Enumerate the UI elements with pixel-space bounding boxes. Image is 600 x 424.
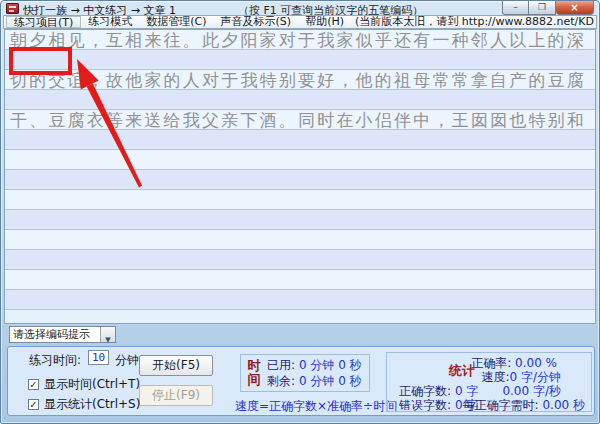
show-stats-option: ✓ 显示统计(Ctrl+S) xyxy=(28,396,140,413)
text-row xyxy=(5,150,595,170)
menu-item[interactable]: 声音及标示(S) xyxy=(214,16,299,28)
statistics-box: 统计 正确率: 0.00 % 速度:0 字/分钟 正确字数: 0 字 0.00 … xyxy=(386,352,592,412)
show-time-checkbox[interactable]: ✓ xyxy=(28,379,39,390)
encoding-hint-select[interactable]: 请选择编码提示 ▼ xyxy=(9,326,116,343)
highlight-rectangle xyxy=(9,47,72,75)
text-row xyxy=(5,230,595,250)
chevron-down-icon: ▼ xyxy=(105,336,110,344)
time-box-lines: 已用: 0 分钟 0 秒 剩余: 0 分钟 0 秒 xyxy=(267,357,362,389)
practice-time-label: 练习时间: xyxy=(29,352,81,369)
input-row[interactable] xyxy=(5,90,595,110)
input-row[interactable] xyxy=(5,290,595,310)
input-row[interactable] xyxy=(5,210,595,230)
show-time-label: 显示时间(Ctrl+T) xyxy=(44,376,140,393)
time-box-title: 时 间 xyxy=(241,359,267,387)
practice-text-area: 朝夕相见，互相来往。此夕阳家对于我家似乎还有一种邻人以上的深切的交谊，故他家的人… xyxy=(4,29,596,324)
input-row[interactable] xyxy=(5,130,595,150)
menu-item[interactable]: 练习项目(T) xyxy=(6,16,81,28)
time-box: 时 间 已用: 0 分钟 0 秒 剩余: 0 分钟 0 秒 xyxy=(240,354,370,392)
input-row[interactable] xyxy=(5,50,595,70)
time-used: 已用: 0 分钟 0 秒 xyxy=(267,357,362,373)
menu-bar: 练习项目(T)练习模式数据管理(C)声音及标示(S)帮助(H)(当前版本太旧，请… xyxy=(3,15,597,29)
stop-button[interactable]: 停止(F9) xyxy=(139,385,213,406)
title-bar: 快打一族 → 中文练习 → 文章 1 （按 F1 可查询当前汉字的五笔编码） –… xyxy=(1,1,599,15)
check-icon: ✓ xyxy=(29,379,37,390)
text-row: 朝夕相见，互相来往。此夕阳家对于我家似乎还有一种邻人以上的深 xyxy=(5,30,595,50)
check-icon: ✓ xyxy=(29,399,37,410)
menu-item[interactable]: 数据管理(C) xyxy=(139,16,213,28)
close-icon: × xyxy=(570,2,578,13)
minimize-button[interactable]: – xyxy=(502,1,529,15)
show-time-option: ✓ 显示时间(Ctrl+T) xyxy=(28,376,140,393)
input-row[interactable] xyxy=(5,250,595,270)
window-controls: – ❐ × xyxy=(502,1,594,15)
menu-version-note[interactable]: (当前版本太旧，请到 http://www.8882.net/KD 免费下载最新… xyxy=(351,16,597,28)
app-window: 快打一族 → 中文练习 → 文章 1 （按 F1 可查询当前汉字的五笔编码） –… xyxy=(0,0,600,424)
stat-time-per-char: 每正确字需时: 0.00 秒 xyxy=(463,397,585,414)
practice-time-input[interactable] xyxy=(88,350,109,365)
time-remaining: 剩余: 0 分钟 0 秒 xyxy=(267,373,362,389)
maximize-icon: ❐ xyxy=(538,2,546,12)
text-row xyxy=(5,270,595,290)
menu-item[interactable]: 帮助(H) xyxy=(298,16,351,28)
combo-dropdown-button[interactable]: ▼ xyxy=(100,327,115,342)
show-stats-label: 显示统计(Ctrl+S) xyxy=(44,396,140,413)
start-button[interactable]: 开始(F5) xyxy=(139,355,213,376)
text-row: 切的交谊，故他家的人对于我特别要好，他的祖母常常拿自产的豆腐 xyxy=(5,70,595,90)
practice-time-unit: 分钟 xyxy=(115,352,139,369)
text-row xyxy=(5,190,595,210)
text-row: 干、豆腐衣等来送给我父亲下酒。同时在小侣伴中，王囡囡也特别和 xyxy=(5,110,595,130)
show-stats-checkbox[interactable]: ✓ xyxy=(28,399,39,410)
minimize-icon: – xyxy=(513,2,518,12)
app-icon xyxy=(6,3,19,14)
close-button[interactable]: × xyxy=(556,1,594,15)
input-row[interactable] xyxy=(5,170,595,190)
speed-formula: 速度=正确字数×准确率÷时间 xyxy=(235,398,397,415)
menu-item[interactable]: 练习模式 xyxy=(81,16,139,28)
control-panel: 练习时间: 分钟 开始(F5) 停止(F9) ✓ 显示时间(Ctrl+T) ✓ … xyxy=(7,346,595,416)
encoding-hint-value: 请选择编码提示 xyxy=(10,327,100,342)
maximize-button[interactable]: ❐ xyxy=(529,1,556,15)
